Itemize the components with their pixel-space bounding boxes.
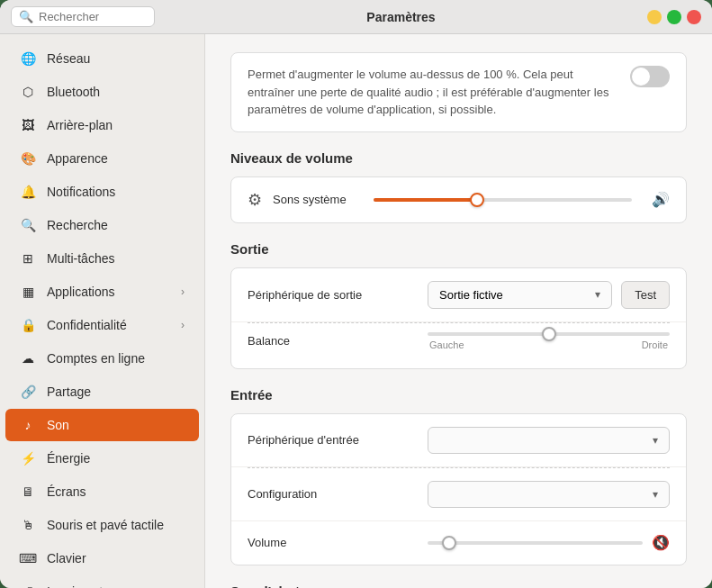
sidebar-item-label: Imprimantes bbox=[47, 584, 116, 588]
volume-muted-icon: 🔇 bbox=[652, 534, 670, 551]
sidebar-item-label: Confidentialité bbox=[47, 318, 127, 332]
sidebar-item-label: Apparence bbox=[47, 151, 108, 166]
volume-entree-label: Volume bbox=[248, 536, 428, 549]
volume-toggle[interactable] bbox=[630, 66, 670, 87]
sidebar-item-recherche[interactable]: 🔍 Recherche bbox=[5, 209, 199, 241]
partage-icon: 🔗 bbox=[20, 384, 36, 400]
peripherique-sortie-content: Sortie fictive ▾ Test bbox=[428, 281, 670, 309]
window-title: Paramètres bbox=[155, 10, 647, 24]
configuration-label: Configuration bbox=[248, 487, 428, 501]
sidebar-item-apparence[interactable]: 🎨 Apparence bbox=[5, 142, 199, 175]
sidebar-item-label: Bluetooth bbox=[47, 85, 100, 99]
bluetooth-icon: ⬡ bbox=[20, 84, 36, 100]
chevron-down-icon: ▾ bbox=[653, 488, 658, 501]
info-text: Permet d'augmenter le volume au-dessus d… bbox=[248, 66, 619, 119]
sidebar-item-label: Arrière-plan bbox=[47, 118, 113, 132]
search-bar[interactable]: 🔍 bbox=[11, 6, 155, 27]
entree-select[interactable]: ▾ bbox=[428, 427, 670, 454]
sidebar-item-applications[interactable]: ▦ Applications › bbox=[5, 276, 199, 308]
sidebar-item-confidentialite[interactable]: 🔒 Confidentialité › bbox=[5, 309, 199, 341]
arriere-plan-icon: 🖼 bbox=[20, 117, 36, 133]
balance-droite: Droite bbox=[642, 339, 668, 350]
sidebar-item-reseau[interactable]: 🌐 Réseau bbox=[5, 42, 199, 75]
imprimantes-icon: 🖨 bbox=[20, 583, 36, 588]
sidebar-item-souris[interactable]: 🖱 Souris et pavé tactile bbox=[5, 509, 199, 541]
peripherique-sortie-row: Périphérique de sortie Sortie fictive ▾ … bbox=[231, 268, 686, 322]
sidebar-item-imprimantes[interactable]: 🖨 Imprimantes bbox=[5, 575, 199, 588]
chevron-right-icon: › bbox=[181, 319, 185, 331]
chevron-down-icon: ▾ bbox=[595, 288, 600, 301]
niveaux-card: ⚙ Sons système 🔊 bbox=[230, 176, 687, 223]
sidebar-item-arriere-plan[interactable]: 🖼 Arrière-plan bbox=[5, 109, 199, 141]
multi-taches-icon: ⊞ bbox=[20, 250, 36, 267]
window-controls: − □ × bbox=[647, 10, 701, 24]
sidebar-item-label: Réseau bbox=[47, 51, 90, 66]
sortie-select[interactable]: Sortie fictive ▾ bbox=[428, 281, 612, 309]
chevron-right-icon: › bbox=[181, 285, 185, 298]
son-icon: ♪ bbox=[20, 417, 36, 433]
search-input[interactable] bbox=[39, 10, 147, 23]
sidebar-item-son[interactable]: ♪ Son bbox=[5, 409, 199, 441]
sidebar-item-label: Son bbox=[47, 418, 69, 432]
volume-entree-content: 🔇 bbox=[428, 534, 670, 552]
sortie-card: Périphérique de sortie Sortie fictive ▾ … bbox=[230, 267, 687, 369]
entree-card: Périphérique d'entrée ▾ Configuration bbox=[230, 413, 687, 565]
souris-icon: 🖱 bbox=[20, 517, 36, 533]
search-icon: 🔍 bbox=[19, 10, 33, 23]
close-button[interactable]: × bbox=[687, 10, 701, 24]
ecrans-icon: 🖥 bbox=[20, 484, 36, 500]
son-alerte-title: Son d'alerte bbox=[230, 583, 687, 589]
sidebar-item-label: Notifications bbox=[47, 185, 115, 199]
main-content: Permet d'augmenter le volume au-dessus d… bbox=[205, 34, 712, 588]
sortie-title: Sortie bbox=[230, 241, 687, 257]
balance-slider-area: Gauche Droite bbox=[428, 332, 670, 350]
sidebar-item-label: Écrans bbox=[47, 484, 86, 499]
maximize-button[interactable]: □ bbox=[667, 10, 681, 24]
sidebar-item-label: Partage bbox=[47, 384, 91, 399]
volume-icon: 🔊 bbox=[652, 191, 670, 208]
sidebar-item-bluetooth[interactable]: ⬡ Bluetooth bbox=[5, 76, 199, 108]
sidebar-item-label: Applications bbox=[47, 285, 115, 299]
confidentialite-icon: 🔒 bbox=[20, 317, 36, 333]
sidebar-item-partage[interactable]: 🔗 Partage bbox=[5, 375, 199, 408]
volume-entree-slider[interactable] bbox=[428, 534, 643, 552]
sidebar-item-energie[interactable]: ⚡ Énergie bbox=[5, 442, 199, 475]
sons-systeme-label: Sons système bbox=[273, 193, 363, 206]
balance-row: Balance Gauche Droite bbox=[231, 323, 686, 368]
energie-icon: ⚡ bbox=[20, 450, 36, 466]
test-button[interactable]: Test bbox=[621, 281, 670, 309]
notifications-icon: 🔔 bbox=[20, 184, 36, 200]
sidebar: 🌐 Réseau ⬡ Bluetooth 🖼 Arrière-plan 🎨 Ap… bbox=[0, 34, 205, 588]
sidebar-item-comptes[interactable]: ☁ Comptes en ligne bbox=[5, 342, 199, 375]
minimize-button[interactable]: − bbox=[647, 10, 662, 24]
balance-label: Balance bbox=[248, 334, 428, 348]
clavier-icon: ⌨ bbox=[20, 550, 36, 566]
peripherique-entree-label: Périphérique d'entrée bbox=[248, 433, 428, 447]
sidebar-item-multi-taches[interactable]: ⊞ Multi-tâches bbox=[5, 242, 199, 275]
sidebar-item-label: Énergie bbox=[47, 451, 90, 466]
apparence-icon: 🎨 bbox=[20, 150, 36, 167]
configuration-content: ▾ bbox=[428, 481, 670, 508]
info-box: Permet d'augmenter le volume au-dessus d… bbox=[230, 52, 687, 132]
configuration-select[interactable]: ▾ bbox=[428, 481, 670, 508]
sidebar-item-label: Clavier bbox=[47, 551, 86, 565]
content-area: 🌐 Réseau ⬡ Bluetooth 🖼 Arrière-plan 🎨 Ap… bbox=[0, 34, 712, 588]
chevron-down-icon: ▾ bbox=[653, 434, 658, 447]
volume-entree-row: Volume 🔇 bbox=[231, 521, 686, 565]
balance-label-area: Balance Gauche Droite bbox=[248, 332, 670, 350]
entree-title: Entrée bbox=[230, 387, 687, 403]
sidebar-item-label: Multi-tâches bbox=[47, 251, 114, 266]
sons-systeme-row: ⚙ Sons système 🔊 bbox=[231, 177, 686, 222]
sidebar-item-clavier[interactable]: ⌨ Clavier bbox=[5, 542, 199, 574]
sidebar-item-label: Souris et pavé tactile bbox=[47, 518, 164, 532]
peripherique-sortie-label: Périphérique de sortie bbox=[248, 288, 428, 302]
sidebar-item-label: Recherche bbox=[47, 218, 108, 232]
gear-icon: ⚙ bbox=[248, 190, 262, 210]
comptes-icon: ☁ bbox=[20, 350, 36, 366]
sidebar-item-notifications[interactable]: 🔔 Notifications bbox=[5, 176, 199, 208]
sons-systeme-slider[interactable] bbox=[374, 191, 632, 209]
sidebar-item-ecrans[interactable]: 🖥 Écrans bbox=[5, 475, 199, 508]
peripherique-entree-content: ▾ bbox=[428, 427, 670, 454]
balance-slider[interactable] bbox=[428, 332, 670, 336]
reseau-icon: 🌐 bbox=[20, 50, 36, 67]
